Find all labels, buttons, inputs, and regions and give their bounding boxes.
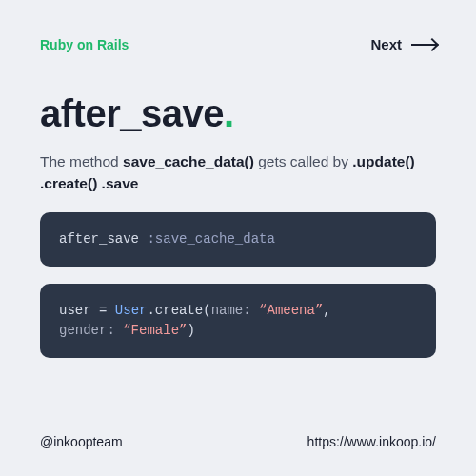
title-text: after_save	[40, 92, 224, 134]
footer: @inkoopteam https://www.inkoop.io/	[40, 419, 436, 449]
header-bar: Ruby on Rails Next	[40, 36, 436, 52]
code2-method: .create(	[147, 303, 210, 318]
category-label: Ruby on Rails	[40, 37, 129, 52]
code2-sp2	[115, 323, 123, 338]
description-text: The method save_cache_data() gets called…	[40, 150, 436, 195]
arrow-right-icon	[411, 44, 436, 46]
next-label: Next	[370, 36, 402, 52]
code2-sp1	[251, 303, 259, 318]
code2-comma: ,	[323, 303, 330, 318]
next-button[interactable]: Next	[370, 36, 436, 52]
code2-key1: name:	[211, 303, 251, 318]
page-title: after_save.	[40, 92, 436, 135]
site-url: https://www.inkoop.io/	[307, 434, 436, 449]
desc-prefix: The method	[40, 153, 123, 169]
code2-val1: “Ameena”	[259, 303, 323, 318]
code2-class: User	[115, 303, 148, 318]
social-handle: @inkoopteam	[40, 434, 123, 449]
title-dot: .	[224, 92, 234, 134]
code2-eq: =	[91, 303, 115, 318]
code-block-1: after_save :save_cache_data	[40, 212, 436, 267]
code1-callback: after_save	[59, 231, 139, 247]
code1-symbol: :save_cache_data	[147, 231, 274, 247]
code2-val2: “Female”	[123, 323, 187, 338]
code2-key2: gender:	[59, 323, 115, 338]
desc-method: save_cache_data()	[123, 153, 254, 169]
code2-close: )	[187, 323, 194, 338]
code2-var: user	[59, 303, 91, 318]
code-block-2: user = User.create(name: “Ameena”, gende…	[40, 284, 436, 358]
desc-middle: gets called by	[254, 153, 352, 169]
